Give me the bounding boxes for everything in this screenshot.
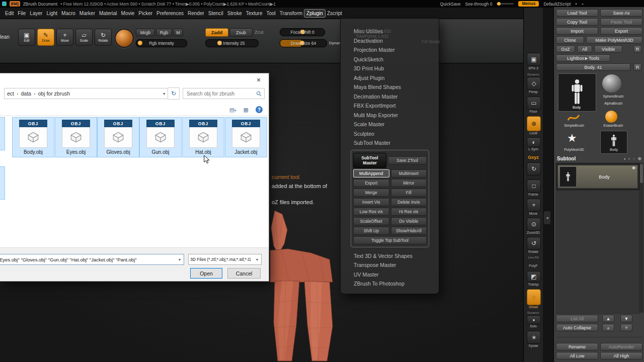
list-all-button[interactable]: List All — [556, 315, 598, 322]
zoom3d-button[interactable]: ⊙ — [527, 218, 541, 231]
collapse-right-button[interactable]: ▼ — [620, 324, 632, 331]
xpose-button[interactable]: ∗ — [527, 331, 541, 344]
panel-collapse-arrow[interactable]: ◂ — [544, 211, 550, 224]
file-item-partial-2[interactable]: OBJ — [0, 166, 5, 200]
subtool-visibility-eye-icon[interactable]: ◉ — [632, 165, 635, 170]
breadcrumb-caret-icon[interactable]: ▾ — [163, 92, 165, 96]
clone-button[interactable]: Clone — [556, 36, 584, 44]
menu-item-zscript[interactable]: Zscript — [325, 10, 344, 17]
polyf-label[interactable]: PolyF — [524, 264, 543, 267]
zplugin-item-zbrush-to-photoshop[interactable]: ZBrush To Photoshop — [341, 279, 439, 289]
menu-item-material[interactable]: Material — [97, 10, 119, 17]
alphabrush-label[interactable]: AlphaBrush — [597, 102, 629, 105]
active-tool-button[interactable]: Body. 41 — [556, 63, 630, 71]
zcut-button[interactable]: Zcut — [255, 30, 264, 35]
file-item-gun[interactable]: OBJ Gun.obj — [139, 117, 182, 157]
persp-button[interactable]: ◇ — [527, 77, 541, 90]
transp-button[interactable]: ◩ — [527, 271, 541, 282]
filename-input[interactable] — [0, 257, 176, 262]
mrgb-button[interactable]: Mrgb — [136, 29, 155, 36]
search-input[interactable] — [186, 90, 254, 97]
menu-item-stroke[interactable]: Stroke — [225, 10, 244, 17]
subtool-view-icon-3[interactable]: ○ — [633, 157, 635, 160]
see-through-slider[interactable] — [497, 3, 514, 5]
details-pane-button[interactable]: ▦ — [244, 107, 249, 113]
zscript-selector[interactable]: DefaultZScript — [543, 2, 571, 7]
menu-item-edit[interactable]: Edit — [3, 10, 16, 17]
menu-item-render[interactable]: Render — [186, 10, 206, 17]
zadd-button[interactable]: Zadd — [205, 28, 228, 37]
save-as-button[interactable]: Save As — [600, 9, 642, 17]
menu-item-movie[interactable]: Movie — [119, 10, 137, 17]
stm-delete-invis-button[interactable]: Delete Invis — [391, 198, 427, 206]
import-button[interactable]: Import — [556, 27, 598, 35]
eraserbrush-thumbnail[interactable] — [605, 111, 617, 123]
zplugin-item-uv-master[interactable]: UV Master — [341, 270, 439, 280]
zplugin-item-quicksketch[interactable]: QuickSketch — [341, 55, 439, 64]
view-list-button[interactable]: ▤▾ — [229, 107, 236, 113]
local-button[interactable]: ⊕ — [527, 116, 541, 131]
draw-mode-button[interactable]: ✎ Draw — [37, 29, 54, 46]
subtool-item-body[interactable]: Body ◉ — [557, 165, 638, 189]
scale-mode-button[interactable]: ▱ Scale — [75, 29, 93, 46]
solo-button[interactable]: ● — [527, 315, 541, 324]
ghost-button[interactable]: ◌ — [527, 289, 541, 305]
filename-caret-icon[interactable]: ▾ — [176, 257, 184, 262]
zplugin-item-scale-master[interactable]: Scale Master — [341, 120, 439, 129]
floor-button[interactable]: ▭ — [527, 97, 541, 110]
spin-button[interactable]: ↻ — [527, 162, 541, 175]
file-item-hat[interactable]: OBJ Hat.obj — [182, 117, 224, 157]
dialog-titlebar[interactable]: × — [0, 73, 269, 86]
tool-thumbnail-body2[interactable]: Body — [600, 131, 627, 154]
goz-visible-button[interactable]: Visible — [594, 45, 622, 53]
auto-collapse-button[interactable]: Auto Collapse — [556, 324, 598, 331]
file-item-jacket[interactable]: OBJ Jacket.obj — [225, 117, 267, 157]
simplebrush-thumbnail[interactable] — [567, 113, 580, 123]
focal-shift-slider[interactable]: Focal Shift 0 — [280, 28, 325, 36]
subtool-eye-icon[interactable]: ◉ — [637, 156, 641, 161]
rgb-intensity-slider[interactable]: Rgb Intensity — [136, 39, 187, 47]
quicksave-button[interactable]: QuickSave — [440, 2, 460, 7]
subtool-scrollbar[interactable] — [639, 163, 643, 313]
draw-size-slider[interactable]: Draw Size 64 — [280, 39, 327, 47]
stm-hi-res-vis-button[interactable]: Hi Res vis — [391, 208, 427, 216]
zplugin-item-subtool-master[interactable]: SubTool Master — [341, 138, 439, 148]
subtool-master-logo-button[interactable]: SubTool Master — [353, 153, 386, 168]
multiinsert-button[interactable]: MultiInsert — [391, 169, 427, 177]
menus-button[interactable]: Menus — [518, 1, 539, 7]
goz-all-button[interactable]: All — [577, 45, 592, 53]
zplugin-item-adjust-plugin[interactable]: Adjust Plugin — [341, 73, 439, 83]
zplugin-item-text-3d-vector[interactable]: Text 3D & Vector Shapes — [341, 251, 439, 261]
stm-mirror-button[interactable]: Mirror — [391, 179, 427, 187]
stm-merge-button[interactable]: Merge — [353, 189, 389, 197]
all-high-button[interactable]: All High — [600, 352, 642, 359]
clean-button-partial[interactable]: lean — [0, 34, 10, 40]
export-button[interactable]: Export — [600, 27, 642, 35]
move-nav-button[interactable]: + — [527, 199, 541, 212]
open-button[interactable]: Open — [190, 268, 222, 279]
rgb-button[interactable]: Rgb — [156, 29, 172, 36]
help-button[interactable]: ? — [256, 106, 263, 113]
stm-scaleoffset-button[interactable]: ScaleOffset — [353, 217, 389, 225]
subtool-scrollbar-thumb[interactable] — [640, 164, 643, 183]
stm-do-visible-button[interactable]: Do Visible — [391, 217, 427, 225]
m-button[interactable]: M — [173, 29, 183, 36]
goz-r-button[interactable]: R — [633, 45, 641, 53]
paste-tool-button[interactable]: Paste Tool — [600, 18, 642, 26]
toggle-top-subtool-button[interactable]: Toggle Top SubTool — [353, 236, 427, 244]
rotate-nav-button[interactable]: ↺ — [527, 237, 541, 250]
menu-item-marker[interactable]: Marker — [77, 10, 97, 17]
spherebrush-thumbnail[interactable] — [602, 74, 621, 93]
spix-button[interactable]: ▣ — [527, 53, 541, 66]
stm-fill-button[interactable]: Fill — [391, 189, 427, 197]
dialog-close-button[interactable]: × — [249, 73, 269, 86]
rotate-mode-button[interactable]: ↻ Rotate — [95, 29, 112, 46]
filetype-select[interactable]: 3D Files (*.ztl;*.obj;*.ma;*.stl;*.G ▾ — [188, 254, 262, 265]
zplugin-item-decimation-master[interactable]: Decimation Master — [341, 92, 439, 102]
menu-item-preferences[interactable]: Preferences — [154, 10, 186, 17]
autoreorder-button[interactable]: AutoReorder — [600, 343, 642, 350]
zplugin-item-sculpteo[interactable]: Sculpteo — [341, 129, 439, 139]
titlebar-extra-icon[interactable]: ● — [582, 2, 584, 6]
multiappend-button[interactable]: MultiAppend — [353, 169, 389, 177]
zplugin-item-fbx-exportimport[interactable]: FBX ExportImport — [341, 101, 439, 111]
